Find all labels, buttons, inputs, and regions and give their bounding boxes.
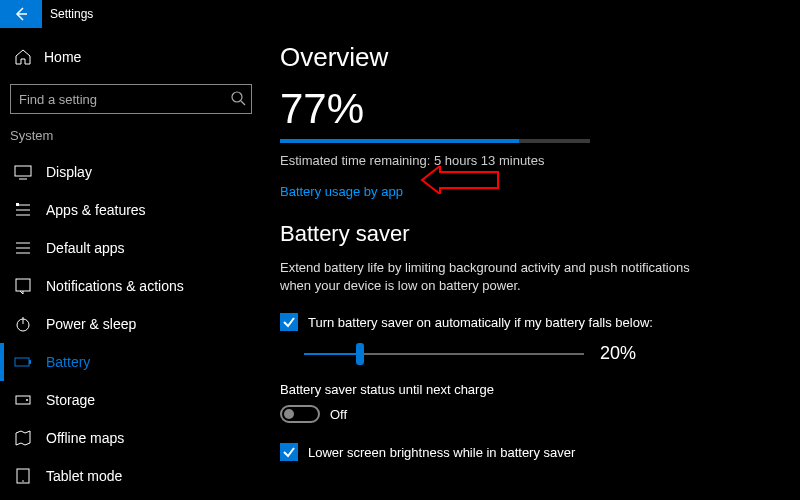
nav-apps-features[interactable]: Apps & features — [0, 191, 262, 229]
nav-storage[interactable]: Storage — [0, 381, 262, 419]
slider-fill — [304, 353, 360, 355]
nav-battery[interactable]: Battery — [0, 343, 262, 381]
battery-bar — [280, 139, 590, 143]
threshold-slider-row: 20% — [304, 343, 770, 364]
saver-toggle-row: Off — [280, 405, 770, 423]
svg-rect-15 — [15, 358, 29, 366]
content-area: Home System Display Apps & features Defa… — [0, 28, 800, 500]
saver-status-label: Battery saver status until next charge — [280, 382, 770, 397]
main-panel: Overview 77% Estimated time remaining: 5… — [262, 28, 800, 500]
nav-label: Display — [46, 164, 92, 180]
nav-label: Default apps — [46, 240, 125, 256]
lower-brightness-checkbox[interactable] — [280, 443, 298, 461]
sidebar-section-label: System — [0, 128, 262, 153]
svg-point-20 — [22, 480, 24, 482]
window-title: Settings — [50, 7, 93, 21]
home-nav[interactable]: Home — [0, 40, 262, 74]
threshold-value: 20% — [600, 343, 636, 364]
nav-label: Notifications & actions — [46, 278, 184, 294]
nav-default-apps[interactable]: Default apps — [0, 229, 262, 267]
check-icon — [282, 315, 296, 329]
apps-icon — [14, 201, 32, 219]
svg-point-18 — [26, 399, 28, 401]
home-label: Home — [44, 49, 81, 65]
titlebar: Settings — [0, 0, 800, 28]
lower-brightness-row: Lower screen brightness while in battery… — [280, 443, 770, 461]
svg-point-1 — [232, 92, 242, 102]
nav-display[interactable]: Display — [0, 153, 262, 191]
svg-rect-12 — [16, 279, 30, 291]
nav-power-sleep[interactable]: Power & sleep — [0, 305, 262, 343]
tablet-icon — [14, 467, 32, 485]
nav-label: Power & sleep — [46, 316, 136, 332]
saver-description: Extend battery life by limiting backgrou… — [280, 259, 700, 295]
auto-saver-label: Turn battery saver on automatically if m… — [308, 315, 653, 330]
svg-rect-8 — [16, 203, 19, 206]
check-icon — [282, 445, 296, 459]
nav-list: Display Apps & features Default apps Not… — [0, 153, 262, 495]
threshold-slider[interactable] — [304, 347, 584, 361]
lower-brightness-label: Lower screen brightness while in battery… — [308, 445, 575, 460]
maps-icon — [14, 429, 32, 447]
default-apps-icon — [14, 239, 32, 257]
search-container — [10, 84, 252, 114]
nav-notifications[interactable]: Notifications & actions — [0, 267, 262, 305]
saver-heading: Battery saver — [280, 221, 770, 247]
nav-label: Apps & features — [46, 202, 146, 218]
nav-label: Storage — [46, 392, 95, 408]
toggle-knob — [284, 409, 294, 419]
sidebar: Home System Display Apps & features Defa… — [0, 28, 262, 500]
nav-label: Battery — [46, 354, 90, 370]
battery-bar-fill — [280, 139, 519, 143]
page-heading: Overview — [280, 42, 770, 73]
svg-rect-16 — [29, 360, 31, 364]
home-icon — [14, 48, 32, 66]
nav-label: Offline maps — [46, 430, 124, 446]
storage-icon — [14, 391, 32, 409]
svg-line-2 — [241, 101, 245, 105]
power-icon — [14, 315, 32, 333]
slider-thumb[interactable] — [356, 343, 364, 365]
battery-percent: 77% — [280, 85, 770, 133]
search-icon — [230, 90, 246, 106]
saver-toggle-state: Off — [330, 407, 347, 422]
search-input[interactable] — [10, 84, 252, 114]
estimate-text: Estimated time remaining: 5 hours 13 min… — [280, 153, 770, 168]
nav-offline-maps[interactable]: Offline maps — [0, 419, 262, 457]
nav-label: Tablet mode — [46, 468, 122, 484]
saver-toggle[interactable] — [280, 405, 320, 423]
nav-tablet-mode[interactable]: Tablet mode — [0, 457, 262, 495]
auto-saver-row: Turn battery saver on automatically if m… — [280, 313, 770, 331]
auto-saver-checkbox[interactable] — [280, 313, 298, 331]
battery-icon — [14, 353, 32, 371]
display-icon — [14, 163, 32, 181]
svg-rect-3 — [15, 166, 31, 176]
battery-usage-link[interactable]: Battery usage by app — [280, 184, 403, 199]
back-button[interactable] — [0, 0, 42, 28]
arrow-left-icon — [13, 6, 29, 22]
notifications-icon — [14, 277, 32, 295]
